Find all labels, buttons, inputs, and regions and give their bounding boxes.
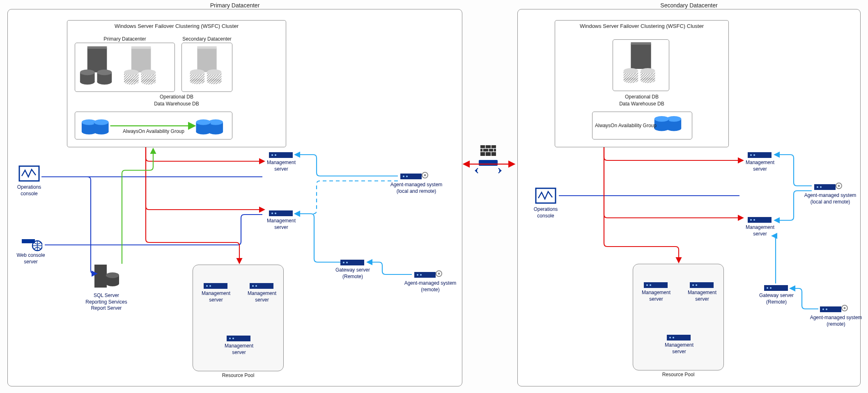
svg-point-119 [844, 307, 846, 309]
svg-point-43 [106, 272, 119, 278]
sec-mgmt-2 [748, 217, 772, 224]
svg-point-48 [271, 212, 273, 214]
agent-system-icon [820, 305, 850, 314]
svg-point-35 [196, 119, 211, 125]
web-console-label: Web console server [14, 252, 48, 265]
primary-operational-db-label: Operational DB [67, 94, 286, 101]
svg-marker-84 [499, 169, 502, 172]
server-rack-icon [269, 210, 293, 216]
rp-mgmt-1-label: Management server [195, 290, 237, 303]
server-rack-icon [748, 217, 772, 223]
svg-point-68 [255, 285, 257, 287]
sec-rp-mgmt-2-label: Management server [681, 290, 723, 302]
sec-agent-local [814, 183, 844, 193]
secondary-ag-label: AlwaysOn Availability Group [592, 123, 659, 128]
svg-rect-100 [536, 188, 556, 203]
primary-wsfc-inner-secondary: Secondary Datacenter [181, 43, 232, 92]
agent-system-icon [814, 183, 844, 192]
server-rack-icon [250, 283, 273, 289]
svg-point-13 [141, 79, 156, 85]
svg-rect-1 [87, 46, 107, 49]
sec-gateway [764, 285, 788, 292]
primary-resource-pool: Resource Pool Management server Manageme… [193, 265, 284, 371]
svg-point-54 [424, 174, 426, 176]
svg-point-52 [406, 176, 408, 177]
web-console [20, 238, 42, 253]
svg-rect-37 [19, 166, 39, 181]
gateway-server-label: Gateway server (Remote) [331, 267, 374, 280]
svg-point-96 [666, 116, 681, 122]
svg-point-57 [346, 262, 348, 263]
sec-rp-mgmt-3-label: Management server [658, 342, 700, 355]
sql-report-server [92, 262, 121, 292]
agent-system-icon [400, 172, 430, 181]
sec-operations-console-label: Operations console [528, 206, 564, 219]
console-icon [534, 187, 557, 206]
report-server-icon [92, 262, 121, 291]
server-rack-icon [644, 282, 668, 288]
svg-point-20 [190, 69, 204, 75]
svg-point-71 [232, 338, 234, 339]
svg-point-88 [624, 78, 638, 83]
agent-local-label: Agent-managed system (local and remote) [390, 182, 443, 194]
svg-point-105 [750, 219, 752, 221]
svg-point-51 [403, 176, 404, 177]
svg-point-125 [696, 284, 697, 286]
secondary-dwh-db-label: Data Warehouse DB [555, 101, 728, 107]
svg-rect-16 [197, 48, 216, 72]
primary-datacenter-container: Primary Datacenter Windows Server Failov… [7, 9, 462, 386]
svg-point-91 [641, 78, 655, 83]
primary-wsfc-inner-secondary-title: Secondary Datacenter [182, 36, 232, 42]
primary-wsfc-inner-primary-title: Primary Datacenter [75, 36, 175, 42]
mgmt-server-1 [269, 152, 293, 159]
svg-point-65 [209, 285, 211, 287]
sec-operations-console [534, 187, 557, 207]
svg-rect-17 [197, 46, 216, 49]
server-rack-icon [340, 260, 364, 265]
svg-point-90 [624, 68, 638, 74]
server-rack-icon [690, 282, 714, 288]
svg-point-62 [438, 273, 440, 275]
svg-rect-22 [207, 72, 221, 82]
sec-mgmt-2-label: Management server [739, 224, 781, 237]
svg-point-5 [97, 79, 112, 85]
svg-point-122 [650, 284, 651, 286]
svg-point-109 [820, 186, 822, 188]
agent-local [400, 172, 430, 182]
svg-point-21 [207, 79, 221, 85]
agent-remote [414, 270, 444, 281]
primary-ag-label: AlwaysOn Availability Group [75, 128, 232, 134]
secondary-wsfc-box: Windows Server Failover Clustering (WSFC… [555, 20, 729, 147]
sec-mgmt-1-label: Management server [739, 160, 781, 172]
svg-rect-8 [131, 48, 151, 73]
svg-point-26 [82, 119, 96, 125]
router-icon [475, 160, 502, 173]
rp-mgmt-3-label: Management server [218, 343, 260, 356]
svg-point-94 [666, 126, 681, 131]
server-rack-icon [667, 335, 691, 340]
svg-point-60 [420, 274, 422, 276]
svg-rect-87 [631, 42, 651, 45]
svg-point-102 [750, 154, 752, 156]
rp-mgmt-2-label: Management server [241, 290, 283, 303]
svg-point-2 [80, 79, 95, 85]
svg-point-116 [822, 308, 824, 310]
agent-system-icon [414, 270, 444, 279]
svg-point-46 [275, 154, 276, 156]
sec-agent-local-label: Agent-managed system (local and remote) [804, 192, 857, 205]
svg-point-7 [97, 69, 112, 75]
primary-dwh-db-label: Data Warehouse DB [67, 101, 286, 107]
mgmt-server-1-label: Management server [260, 160, 303, 172]
svg-point-93 [641, 68, 655, 74]
svg-rect-0 [87, 48, 107, 73]
svg-point-113 [767, 287, 768, 289]
svg-point-121 [646, 284, 648, 286]
svg-point-23 [207, 69, 221, 75]
svg-point-59 [417, 274, 418, 276]
svg-point-128 [673, 337, 674, 338]
secondary-datacenter-title: Secondary Datacenter [518, 2, 860, 9]
svg-point-45 [271, 154, 273, 156]
svg-point-114 [770, 287, 772, 289]
svg-point-18 [190, 79, 204, 85]
console-icon [18, 165, 41, 183]
